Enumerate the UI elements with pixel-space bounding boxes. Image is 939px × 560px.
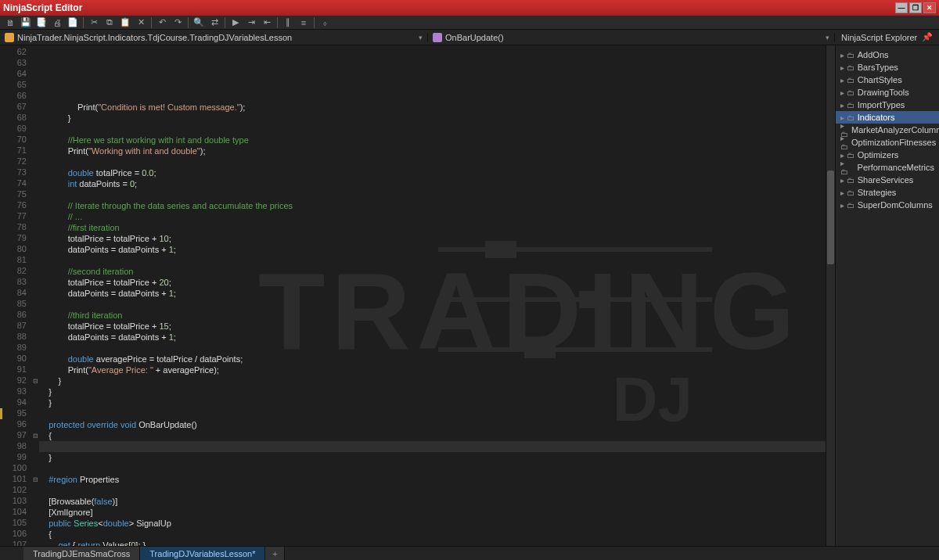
code-area[interactable]: $ TRADING DJ Print("Condition is met! Cu…	[39, 45, 826, 546]
code-line[interactable]	[39, 408, 826, 419]
code-line[interactable]	[39, 299, 826, 310]
code-line[interactable]: int dataPoints = 0;	[39, 178, 826, 189]
code-line[interactable]: {	[39, 529, 826, 540]
explorer-item-chartstyles[interactable]: ▸ 🗀ChartStyles	[836, 74, 939, 86]
fold-toggle[interactable]: ⊟	[31, 375, 39, 386]
code-line[interactable]	[39, 441, 826, 452]
chevron-down-icon[interactable]: ▾	[826, 34, 829, 41]
code-line[interactable]: totalPrice = totalPrice + 10;	[39, 233, 826, 244]
code-line[interactable]: {	[39, 430, 826, 441]
print-button[interactable]: 🖨	[52, 17, 63, 28]
copy-button[interactable]: ⧉	[104, 17, 115, 28]
paste-button[interactable]: 📋	[120, 17, 131, 28]
vs-button[interactable]: ⬨	[319, 17, 330, 28]
code-line[interactable]: Print("Condition is met! Custom message.…	[39, 102, 826, 113]
code-line[interactable]: //first iteration	[39, 222, 826, 233]
fold-toggle	[31, 354, 39, 364]
code-line[interactable]: get { return Values[0]; }	[39, 540, 826, 546]
fold-toggle	[31, 156, 39, 167]
breadcrumb-right[interactable]: OnBarUpdate() ▾	[428, 33, 835, 42]
find-button[interactable]: 🔍	[193, 17, 204, 28]
scrollbar-thumb[interactable]	[827, 171, 834, 264]
export-button[interactable]: 📄	[67, 17, 78, 28]
code-line[interactable]: // Iterate through the data series and a…	[39, 200, 826, 211]
code-line[interactable]: double averagePrice = totalPrice / dataP…	[39, 354, 826, 364]
code-line[interactable]: [XmlIgnore]	[39, 507, 826, 518]
close-button[interactable]: ✕	[923, 2, 936, 13]
code-line[interactable]: Print("Average Price: " + averagePrice);	[39, 364, 826, 375]
code-line[interactable]	[39, 156, 826, 167]
code-line[interactable]: }	[39, 113, 826, 124]
code-line[interactable]: dataPoints = dataPoints + 1;	[39, 244, 826, 255]
outdent-button[interactable]: ⇤	[261, 17, 272, 28]
code-line[interactable]	[39, 485, 826, 496]
code-line[interactable]: //Here we start working with int and dou…	[39, 135, 826, 145]
explorer-item-indicators[interactable]: ▸ 🗀Indicators	[836, 111, 939, 124]
code-line[interactable]: // ...	[39, 211, 826, 222]
explorer-item-optimizationfitnesses[interactable]: ▸ 🗀OptimizationFitnesses	[836, 136, 939, 149]
code-line[interactable]: dataPoints = dataPoints + 1;	[39, 288, 826, 299]
cut-button[interactable]: ✂	[88, 17, 99, 28]
code-line[interactable]: Print("Working with int and double");	[39, 145, 826, 156]
replace-button[interactable]: ⇄	[209, 17, 220, 28]
vertical-scrollbar[interactable]	[826, 45, 835, 546]
redo-button[interactable]: ↷	[172, 17, 183, 28]
folder-icon: ▸ 🗀	[840, 113, 854, 122]
code-line[interactable]: totalPrice = totalPrice + 20;	[39, 277, 826, 288]
code-line[interactable]: protected override void OnBarUpdate()	[39, 419, 826, 430]
explorer-item-marketanalyzercolumns[interactable]: ▸ 🗀MarketAnalyzerColumns	[836, 124, 939, 136]
code-line[interactable]	[39, 463, 826, 474]
code-line[interactable]: //second iteration	[39, 266, 826, 277]
explorer-item-superdomcolumns[interactable]: ▸ 🗀SuperDomColumns	[836, 199, 939, 211]
breadcrumb-left[interactable]: NinjaTrader.NinjaScript.Indicators.TdjCo…	[0, 33, 428, 42]
save-button[interactable]: 💾	[20, 17, 31, 28]
explorer-item-performancemetrics[interactable]: ▸ 🗀PerformanceMetrics	[836, 161, 939, 174]
compile-button[interactable]: ▶	[230, 17, 241, 28]
fold-toggle	[31, 69, 39, 80]
new-button[interactable]: 🗎	[5, 17, 16, 28]
code-line[interactable]: }	[39, 375, 826, 386]
code-line[interactable]: [Browsable(false)]	[39, 496, 826, 507]
minimize-button[interactable]: —	[895, 2, 908, 13]
fold-toggle[interactable]: ⊟	[31, 474, 39, 485]
explorer-item-shareservices[interactable]: ▸ 🗀ShareServices	[836, 174, 939, 186]
fold-toggle	[31, 124, 39, 135]
comment-button[interactable]: ∥	[282, 17, 293, 28]
explorer-item-strategies[interactable]: ▸ 🗀Strategies	[836, 186, 939, 199]
indent-button[interactable]: ⇥	[246, 17, 257, 28]
pin-icon[interactable]: 📌	[922, 32, 933, 42]
code-line[interactable]	[39, 91, 826, 102]
explorer-title-bar: NinjaScript Explorer 📌	[835, 32, 939, 42]
toolbar: 🗎💾📑🖨📄✂⧉📋✕↶↷🔍⇄▶⇥⇤∥≡⬨	[0, 16, 939, 30]
undo-button[interactable]: ↶	[156, 17, 167, 28]
chevron-down-icon[interactable]: ▾	[419, 34, 423, 41]
explorer-item-importtypes[interactable]: ▸ 🗀ImportTypes	[836, 99, 939, 111]
delete-button[interactable]: ✕	[135, 17, 146, 28]
add-tab-button[interactable]: +	[265, 547, 285, 561]
maximize-button[interactable]: ❐	[909, 2, 922, 13]
code-line[interactable]: }	[39, 397, 826, 408]
explorer-item-barstypes[interactable]: ▸ 🗀BarsTypes	[836, 61, 939, 74]
code-line[interactable]	[39, 189, 826, 200]
method-icon	[433, 33, 442, 42]
code-line[interactable]: totalPrice = totalPrice + 15;	[39, 321, 826, 332]
code-line[interactable]: }	[39, 386, 826, 397]
fold-toggle	[31, 222, 39, 233]
explorer-item-addons[interactable]: ▸ 🗀AddOns	[836, 48, 939, 61]
code-line[interactable]: double totalPrice = 0.0;	[39, 167, 826, 178]
saveall-button[interactable]: 📑	[36, 17, 47, 28]
code-line[interactable]: #region Properties	[39, 474, 826, 485]
uncomment-button[interactable]: ≡	[298, 17, 309, 28]
code-line[interactable]	[39, 343, 826, 354]
line-number: 75	[0, 189, 31, 200]
tab-tradingdjemasmacross[interactable]: TradingDJEmaSmaCross	[23, 547, 140, 561]
code-line[interactable]: dataPoints = dataPoints + 1;	[39, 332, 826, 343]
code-line[interactable]: }	[39, 452, 826, 463]
code-line[interactable]	[39, 124, 826, 135]
tab-tradingdjvariableslesson[interactable]: TradingDJVariablesLesson*	[140, 547, 265, 561]
explorer-item-drawingtools[interactable]: ▸ 🗀DrawingTools	[836, 86, 939, 99]
code-line[interactable]: //third iteration	[39, 310, 826, 321]
fold-toggle[interactable]: ⊟	[31, 430, 39, 441]
code-line[interactable]: public Series<double> SignalUp	[39, 518, 826, 529]
code-line[interactable]	[39, 255, 826, 266]
